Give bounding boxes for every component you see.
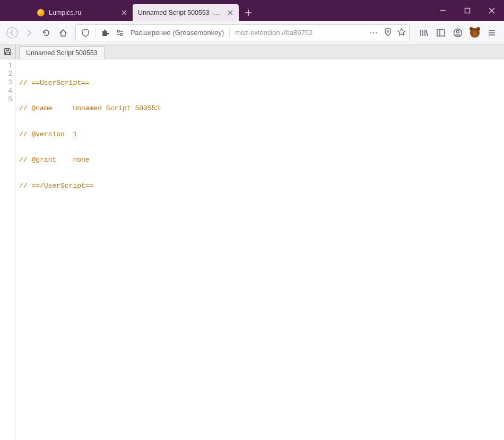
reader-icon[interactable]	[384, 28, 392, 38]
code-area[interactable]: // ==UserScript== // @name Unnamed Scrip…	[16, 59, 160, 440]
close-icon[interactable]	[120, 8, 128, 17]
extension-label: Расширение (Greasemonkey)	[128, 29, 226, 37]
editor-tab-label: Unnamed Script 500553	[26, 49, 98, 57]
code-line: // @grant none	[19, 156, 160, 164]
svg-point-6	[457, 30, 459, 33]
close-icon[interactable]	[226, 8, 234, 17]
svg-point-1	[7, 28, 18, 38]
account-icon[interactable]	[450, 25, 466, 41]
svg-point-2	[117, 30, 119, 32]
svg-rect-0	[465, 8, 470, 13]
editor-tab-bar: Unnamed Script 500553	[0, 45, 504, 59]
separator	[95, 28, 95, 38]
title-bar: Lumpics.ru Unnamed Script 500553 - Greas…	[0, 0, 504, 21]
new-tab-button[interactable]	[241, 4, 256, 21]
maximize-button[interactable]	[455, 0, 480, 21]
line-number: 2	[0, 70, 12, 78]
nav-toolbar: Расширение (Greasemonkey) moz-extension:…	[0, 21, 504, 45]
line-number: 4	[0, 87, 12, 95]
line-number: 3	[0, 78, 12, 87]
svg-rect-8	[6, 52, 10, 55]
permissions-icon[interactable]	[114, 29, 126, 37]
library-icon[interactable]	[416, 25, 432, 41]
bookmark-star-icon[interactable]	[397, 28, 406, 38]
greasemonkey-icon[interactable]	[467, 25, 483, 41]
svg-point-3	[120, 33, 123, 36]
code-line: // ==UserScript==	[19, 79, 160, 87]
code-line: // ==/UserScript==	[19, 182, 160, 190]
code-editor[interactable]: 1 2 3 4 5 // ==UserScript== // @name Unn…	[0, 59, 504, 440]
extension-icon[interactable]	[99, 29, 111, 37]
separator	[229, 28, 230, 38]
menu-icon[interactable]	[484, 25, 500, 41]
tab-title: Unnamed Script 500553 - Greasemo	[138, 9, 222, 16]
svg-rect-4	[437, 30, 445, 36]
window-controls	[431, 0, 504, 21]
editor-tab[interactable]: Unnamed Script 500553	[19, 46, 105, 59]
reload-button[interactable]	[38, 25, 54, 41]
close-window-button[interactable]	[480, 0, 504, 21]
home-button[interactable]	[55, 25, 71, 41]
url-text: moz-extension://ba89752	[233, 29, 315, 37]
tab-strip: Lumpics.ru Unnamed Script 500553 - Greas…	[0, 0, 431, 21]
toolbar-right	[416, 25, 500, 41]
address-bar[interactable]: Расширение (Greasemonkey) moz-extension:…	[75, 24, 410, 41]
sidebar-icon[interactable]	[433, 25, 449, 41]
svg-rect-7	[6, 49, 9, 51]
code-line: // @version 1	[19, 130, 160, 139]
favicon-lumpics	[37, 9, 45, 16]
code-line: // @name Unnamed Script 500553	[19, 104, 160, 113]
browser-tab-lumpics[interactable]: Lumpics.ru	[32, 4, 133, 21]
browser-tab-greasemonkey[interactable]: Unnamed Script 500553 - Greasemo	[133, 4, 239, 21]
back-button[interactable]	[4, 25, 20, 41]
save-button[interactable]	[0, 45, 16, 59]
minimize-button[interactable]	[431, 0, 455, 21]
tab-title: Lumpics.ru	[49, 9, 116, 16]
greasemonkey-editor: Unnamed Script 500553 1 2 3 4 5 // ==Use…	[0, 45, 504, 440]
line-number: 1	[0, 61, 12, 70]
line-gutter: 1 2 3 4 5	[0, 59, 16, 440]
shield-icon[interactable]	[79, 29, 92, 37]
line-number: 5	[0, 95, 12, 104]
page-actions-icon[interactable]: ···	[369, 29, 378, 37]
forward-button[interactable]	[21, 25, 37, 41]
